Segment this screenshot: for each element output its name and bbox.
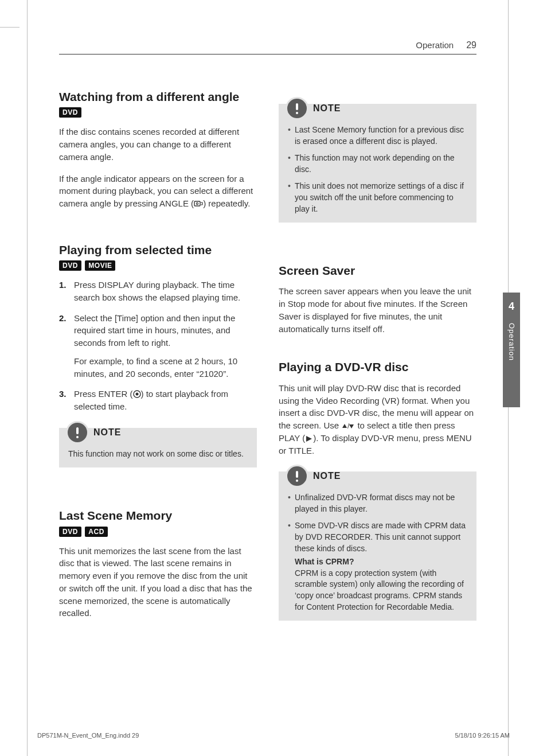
side-tab-label: Operation — [507, 323, 516, 361]
header-section: Operation — [416, 40, 454, 50]
media-pills: DVD MOVIE — [59, 260, 257, 271]
steps-list: Press DISPLAY during playback. The time … — [59, 279, 257, 413]
note-title: NOTE — [313, 103, 341, 114]
note-item: Unfinalized DVD-VR format discs may not … — [288, 492, 467, 515]
crop-mark — [0, 27, 19, 28]
pill-dvd: DVD — [59, 527, 81, 537]
media-pills: DVD — [59, 107, 257, 118]
svg-rect-4 — [76, 427, 79, 434]
note-item: Some DVD-VR discs are made with CPRM dat… — [288, 520, 467, 554]
note-icon — [286, 465, 308, 488]
side-tab-number: 4 — [503, 301, 520, 313]
note-item: This function may not work depending on … — [288, 153, 467, 175]
page-frame: Operation 29 Watching from a different a… — [27, 0, 509, 756]
svg-point-1 — [197, 202, 198, 204]
note-box: NOTE This function may not work on some … — [59, 428, 257, 468]
svg-rect-9 — [296, 471, 298, 478]
note-item: Last Scene Memory function for a previou… — [288, 124, 467, 147]
side-tab: 4 Operation — [503, 293, 520, 407]
note-box: NOTE Last Scene Memory function for a pr… — [279, 104, 476, 223]
heading-dvd-vr: Playing a DVD-VR disc — [279, 359, 476, 375]
pill-movie: MOVIE — [85, 260, 115, 271]
note-icon — [66, 421, 89, 444]
heading-playing-from-time: Playing from selected time — [59, 242, 257, 258]
note-item: This unit does not memorize settings of … — [288, 181, 467, 215]
pill-dvd: DVD — [59, 260, 81, 271]
media-pills: DVD ACD — [59, 526, 257, 537]
note-title: NOTE — [313, 471, 341, 481]
angle-icon — [194, 200, 203, 208]
up-down-arrows-icon: / — [341, 423, 355, 430]
body-text: This unit memorizes the last scene from … — [59, 545, 257, 620]
enter-icon — [133, 390, 141, 398]
play-icon — [305, 435, 313, 442]
svg-rect-0 — [194, 201, 200, 206]
body-text: The screen saver appears when you leave … — [279, 285, 476, 335]
pill-acd: ACD — [85, 527, 108, 537]
step-item: Press DISPLAY during playback. The time … — [59, 279, 257, 304]
note-title: NOTE — [93, 427, 121, 438]
step-item: Press ENTER () to start playback from se… — [59, 388, 257, 413]
svg-point-7 — [296, 112, 298, 114]
svg-point-5 — [76, 436, 79, 438]
body-text: If the disc contains scenes recorded at … — [59, 126, 257, 163]
left-column: Watching from a different angle DVD If t… — [59, 89, 257, 638]
heading-watching-angle: Watching from a different angle — [59, 89, 257, 104]
svg-point-10 — [296, 480, 298, 482]
note-icon — [286, 97, 308, 120]
svg-rect-6 — [296, 103, 298, 110]
footer-timestamp: 5/18/10 9:26:15 AM — [455, 732, 510, 739]
note-text: CPRM is a copy protection system (with s… — [288, 568, 467, 613]
body-text: This unit will play DVD-RW disc that is … — [279, 382, 476, 457]
body-text: If the angle indicator appears on the sc… — [59, 173, 257, 210]
heading-last-scene-memory: Last Scene Memory — [59, 508, 257, 523]
heading-screen-saver: Screen Saver — [279, 263, 476, 278]
step-item: Select the [Time] option and then input … — [59, 312, 257, 380]
svg-text:/: / — [347, 423, 350, 430]
note-subheading: What is CPRM? — [288, 556, 467, 568]
page-footer: DP571M-N_Event_OM_Eng.indd 29 5/18/10 9:… — [37, 732, 510, 739]
note-box: NOTE Unfinalized DVD-VR format discs may… — [279, 471, 476, 621]
header-page-number: 29 — [466, 40, 476, 50]
pill-dvd: DVD — [59, 107, 81, 118]
note-text: This function may not work on some disc … — [68, 449, 248, 460]
running-header: Operation 29 — [59, 40, 476, 54]
svg-point-3 — [135, 393, 138, 396]
right-column: NOTE Last Scene Memory function for a pr… — [279, 89, 476, 638]
footer-file: DP571M-N_Event_OM_Eng.indd 29 — [37, 732, 139, 739]
